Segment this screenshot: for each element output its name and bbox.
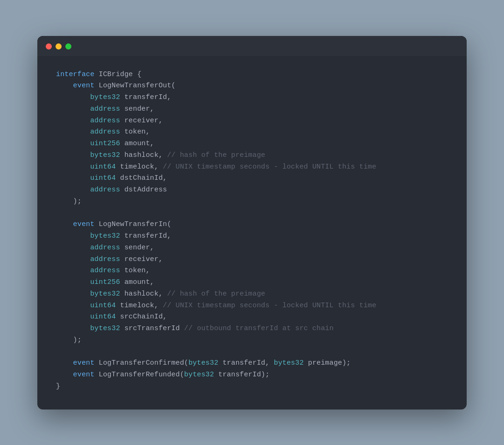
code-line: address receiver, — [56, 254, 448, 266]
code-indent — [56, 80, 73, 92]
code-line: event LogNewTransferIn( — [56, 219, 448, 231]
code-indent — [56, 150, 90, 162]
code-indent — [56, 323, 90, 335]
code-line: event LogNewTransferOut( — [56, 80, 448, 92]
code-indent — [56, 196, 73, 208]
code-token-name: receiver, — [124, 115, 162, 127]
code-token-type: bytes32 — [90, 231, 120, 242]
code-token-plain: ( — [171, 80, 175, 92]
code-token-type: address — [90, 127, 120, 138]
code-token-plain — [120, 138, 124, 150]
code-token-plain: ); — [73, 196, 82, 208]
code-token-plain — [163, 150, 167, 162]
code-token-type: bytes32 — [184, 369, 214, 381]
code-token-type: bytes32 — [90, 289, 120, 300]
code-token-type: address — [90, 265, 120, 277]
code-token-name: preimage); — [308, 358, 351, 369]
code-indent — [56, 335, 73, 346]
code-token-name: transferId, — [124, 231, 171, 242]
code-token-plain — [120, 242, 124, 254]
code-line: event LogTransferRefunded(bytes32 transf… — [56, 369, 448, 381]
code-indent — [56, 92, 90, 104]
code-token-name: sender, — [124, 104, 154, 115]
code-token-kw: event — [73, 358, 95, 369]
code-token-type: bytes32 — [90, 92, 120, 104]
code-line: uint64 timelock, // UNIX timestamp secon… — [56, 162, 448, 173]
code-line: bytes32 srcTransferId // outbound transf… — [56, 323, 448, 335]
code-indent — [56, 127, 90, 138]
code-token-type: bytes32 — [189, 358, 218, 369]
minimize-button[interactable] — [56, 43, 62, 49]
code-token-name: sender, — [124, 242, 154, 254]
code-indent — [56, 231, 90, 242]
code-token-plain — [120, 231, 124, 242]
code-indent — [56, 162, 90, 173]
code-line: bytes32 hashlock, // hash of the preimag… — [56, 289, 448, 300]
code-token-plain — [120, 92, 124, 104]
code-line: bytes32 transferId, — [56, 231, 448, 242]
code-indent — [56, 115, 90, 127]
code-indent — [56, 254, 90, 266]
code-token-plain — [120, 289, 124, 300]
code-token-kw: event — [73, 219, 95, 231]
code-indent — [56, 369, 73, 381]
code-token-name: receiver, — [124, 254, 162, 266]
code-token-type: uint64 — [90, 173, 116, 184]
code-indent — [56, 173, 90, 184]
code-line: uint64 timelock, // UNIX timestamp secon… — [56, 300, 448, 312]
code-token-plain — [94, 219, 98, 231]
code-token-name: srcChainId, — [120, 311, 167, 323]
code-indent — [56, 184, 90, 196]
code-token-name: transferId, — [124, 92, 171, 104]
code-token-plain: { — [133, 69, 141, 81]
code-token-plain — [94, 358, 98, 369]
code-indent — [56, 277, 90, 289]
close-button[interactable] — [46, 43, 52, 49]
code-token-name: amount, — [124, 138, 154, 150]
code-token-name: hashlock, — [124, 150, 162, 162]
code-line: uint256 amount, — [56, 138, 448, 150]
code-empty-line — [56, 346, 448, 358]
code-token-name: dstChainId, — [120, 173, 167, 184]
code-token-plain — [120, 184, 124, 196]
code-token-name: dstAddress — [124, 184, 167, 196]
code-token-name: LogTransferRefunded — [99, 369, 180, 381]
code-token-name: timelock, — [120, 300, 158, 312]
code-token-name: ICBridge — [99, 69, 133, 81]
code-token-name: token, — [124, 127, 150, 138]
code-token-name: hashlock, — [124, 289, 162, 300]
code-indent — [56, 358, 73, 369]
code-token-plain — [116, 173, 120, 184]
code-token-comment: // UNIX timestamp seconds - locked UNTIL… — [163, 300, 377, 312]
code-token-plain — [120, 150, 124, 162]
code-token-plain — [304, 358, 308, 369]
code-token-plain — [120, 277, 124, 289]
code-token-comment: // outbound transferId at src chain — [184, 323, 334, 335]
code-line: address dstAddress — [56, 184, 448, 196]
code-token-plain — [180, 323, 184, 335]
code-token-plain — [120, 127, 124, 138]
code-token-type: uint64 — [90, 300, 116, 312]
code-line: bytes32 transferId, — [56, 92, 448, 104]
code-line: uint64 dstChainId, — [56, 173, 448, 184]
code-line: address token, — [56, 265, 448, 277]
code-token-plain — [214, 369, 218, 381]
code-token-plain — [270, 358, 274, 369]
code-token-plain — [116, 311, 120, 323]
code-token-name: srcTransferId — [124, 323, 180, 335]
code-token-plain — [94, 69, 98, 81]
code-token-type: address — [90, 254, 120, 266]
code-token-type: bytes32 — [90, 150, 120, 162]
code-token-type: uint256 — [90, 138, 120, 150]
code-line: address receiver, — [56, 115, 448, 127]
code-token-plain — [94, 369, 98, 381]
maximize-button[interactable] — [65, 43, 71, 49]
code-token-plain — [218, 358, 223, 369]
code-token-plain — [120, 104, 124, 115]
code-token-plain: ( — [180, 369, 184, 381]
code-token-name: LogNewTransferOut — [99, 80, 172, 92]
code-line: bytes32 hashlock, // hash of the preimag… — [56, 150, 448, 162]
code-token-name: amount, — [124, 277, 154, 289]
code-line: ); — [56, 335, 448, 346]
code-indent — [56, 300, 90, 312]
